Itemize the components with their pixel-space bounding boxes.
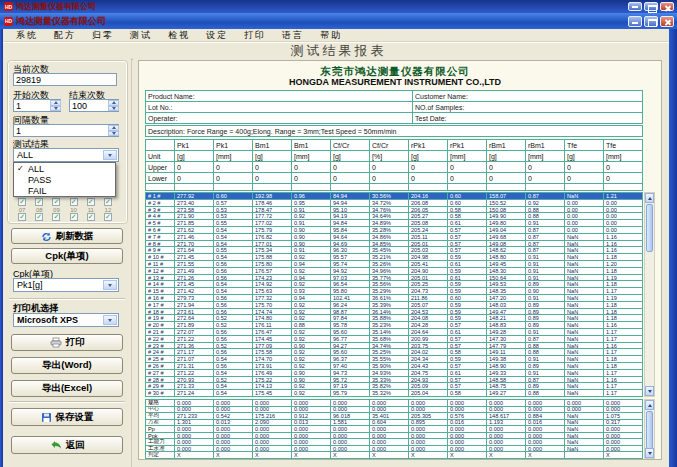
checkbox[interactable]: ✓ bbox=[35, 213, 43, 221]
cell: # 24 # bbox=[146, 349, 174, 355]
menu-item-7[interactable]: 打印 bbox=[236, 29, 274, 42]
cell: 30.56% bbox=[370, 193, 408, 199]
cell: 0.000 bbox=[331, 407, 369, 413]
cell: rPk1 bbox=[409, 140, 447, 150]
checkbox[interactable]: ✓ bbox=[70, 213, 78, 221]
minimize-button[interactable] bbox=[628, 16, 642, 27]
menu-item-6[interactable]: 设定 bbox=[198, 29, 236, 42]
cell: 35.21% bbox=[370, 254, 408, 260]
checkbox[interactable]: ✓ bbox=[104, 198, 112, 206]
scroll-up-icon[interactable] bbox=[645, 193, 654, 203]
start-count-stepper[interactable] bbox=[50, 100, 61, 111]
data-scrollbar[interactable] bbox=[644, 192, 655, 397]
back-button[interactable]: 返回 bbox=[11, 436, 123, 454]
cell: 0.000 bbox=[175, 407, 213, 413]
result-combobox[interactable]: ALL bbox=[13, 148, 119, 162]
menu-item-2[interactable]: 配方 bbox=[46, 29, 84, 42]
minimize-button[interactable] bbox=[628, 2, 642, 11]
cell: 0 bbox=[214, 162, 252, 172]
end-count-stepper[interactable] bbox=[108, 100, 119, 111]
summary-scrollbar[interactable] bbox=[644, 399, 655, 459]
maximize-button[interactable] bbox=[644, 16, 658, 27]
cell: 0.55 bbox=[214, 220, 252, 226]
menu-item-8[interactable]: 语言 bbox=[274, 29, 312, 42]
cell: 0.884 bbox=[526, 413, 564, 419]
cell: 0.89 bbox=[526, 363, 564, 369]
cell: 0.91 bbox=[292, 220, 330, 226]
save-settings-button[interactable]: 保存设置 bbox=[11, 408, 123, 426]
cell: 1.17 bbox=[604, 383, 642, 389]
cell: 84.94 bbox=[331, 193, 369, 199]
scrollbar-thumb[interactable] bbox=[646, 411, 653, 449]
interval-input[interactable] bbox=[13, 124, 119, 137]
scroll-down-icon[interactable] bbox=[645, 386, 654, 396]
chevron-down-icon[interactable] bbox=[103, 280, 117, 290]
scroll-up-icon[interactable] bbox=[645, 400, 654, 410]
cell: 0.000 bbox=[448, 426, 486, 432]
cpk-button[interactable]: Cpk(单项) bbox=[11, 248, 123, 264]
checkbox[interactable]: ✓ bbox=[87, 213, 95, 221]
print-button[interactable]: 打印 bbox=[11, 334, 123, 351]
checkbox[interactable]: ✓ bbox=[18, 213, 26, 221]
cell: 271.45 bbox=[175, 281, 213, 287]
checkbox[interactable]: ✓ bbox=[52, 198, 60, 206]
cell: 0.000 bbox=[409, 446, 447, 452]
menu-item-4[interactable]: 测试 bbox=[122, 29, 160, 42]
cell: 0.000 bbox=[214, 433, 252, 439]
menu-item-3[interactable]: 归零 bbox=[84, 29, 122, 42]
cell: 0.000 bbox=[604, 426, 642, 432]
dropdown-option-fail[interactable]: FAIL bbox=[14, 185, 115, 196]
printer-combobox[interactable]: Microsoft XPS bbox=[13, 313, 119, 327]
export-excel-button[interactable]: 导出(Excel) bbox=[11, 380, 123, 397]
cell: 205.09 bbox=[409, 383, 447, 389]
menu-item-5[interactable]: 检视 bbox=[160, 29, 198, 42]
checkbox[interactable]: ✓ bbox=[104, 213, 112, 221]
chevron-down-icon[interactable] bbox=[103, 150, 117, 160]
cell: 工水准 bbox=[146, 446, 174, 452]
cell: 271.62 bbox=[175, 227, 213, 233]
cell: 177.02 bbox=[253, 220, 291, 226]
cell: 0 bbox=[292, 173, 330, 183]
close-icon[interactable] bbox=[660, 16, 674, 27]
cell: 0.000 bbox=[292, 439, 330, 445]
checkbox[interactable]: ✓ bbox=[18, 198, 26, 206]
cell: 175.80 bbox=[253, 261, 291, 267]
menu-item-9[interactable]: 帮助 bbox=[312, 29, 350, 42]
dropdown-option-pass[interactable]: PASS bbox=[14, 174, 115, 185]
cell: 35.401 bbox=[370, 413, 408, 419]
cell: 0.000 bbox=[448, 446, 486, 452]
cell: 方差 bbox=[146, 420, 174, 426]
cpk-combobox[interactable]: Pk1[g] bbox=[13, 278, 119, 292]
checkbox[interactable]: ✓ bbox=[52, 213, 60, 221]
checkbox[interactable]: ✓ bbox=[35, 198, 43, 206]
refresh-button[interactable]: 刷新数据 bbox=[11, 228, 123, 244]
cell: 1.16 bbox=[604, 322, 642, 328]
cell: 0.53 bbox=[214, 207, 252, 213]
cell: 0 bbox=[487, 162, 525, 172]
interval-stepper[interactable] bbox=[108, 125, 119, 136]
cell: 34.93% bbox=[370, 370, 408, 376]
maximize-button[interactable] bbox=[644, 2, 658, 11]
scroll-down-icon[interactable] bbox=[645, 448, 654, 458]
cell: 35.77% bbox=[370, 275, 408, 281]
cell: 204.53 bbox=[409, 309, 447, 315]
cell: NaN bbox=[565, 356, 603, 362]
cell: X bbox=[526, 452, 564, 458]
dropdown-option-all[interactable]: ✓ALL bbox=[14, 163, 115, 174]
cell: # 13 # bbox=[146, 275, 174, 281]
cell: 35.32% bbox=[370, 390, 408, 396]
cell: 35.45% bbox=[370, 247, 408, 253]
cell: 0.00 bbox=[604, 227, 642, 233]
cell: 272.64 bbox=[175, 315, 213, 321]
export-word-button[interactable]: 导出(Word) bbox=[11, 357, 123, 374]
cell: 0.00 bbox=[604, 207, 642, 213]
chevron-down-icon[interactable] bbox=[103, 315, 117, 325]
close-icon[interactable] bbox=[660, 2, 674, 11]
current-count-input[interactable] bbox=[13, 73, 117, 86]
scrollbar-thumb[interactable] bbox=[646, 204, 653, 252]
cell: Tfe bbox=[604, 140, 642, 150]
checkbox[interactable]: ✓ bbox=[87, 198, 95, 206]
menu-item-1[interactable]: 系统 bbox=[8, 29, 46, 42]
checkbox[interactable]: ✓ bbox=[70, 198, 78, 206]
cell: 0.89 bbox=[526, 309, 564, 315]
